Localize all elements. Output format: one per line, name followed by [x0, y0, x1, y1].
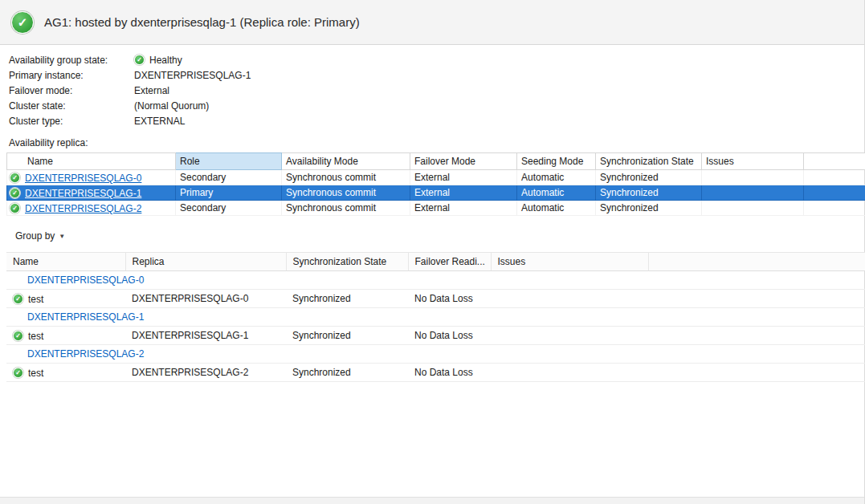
replica-synchronization-state-cell: Synchronized	[596, 201, 702, 216]
replica-role-cell: Secondary	[176, 170, 282, 185]
replica-failover-mode-cell: External	[410, 201, 517, 216]
healthy-check-icon: ✓	[10, 203, 20, 213]
group-by-button[interactable]: Group by ▼	[9, 227, 71, 245]
status-value-text: External	[134, 85, 169, 96]
replica-row-0[interactable]: ✓ DXENTERPRISESQLAG-0 Secondary Synchron…	[7, 170, 865, 185]
column-header-synchronization-state[interactable]: Synchronization State	[286, 253, 408, 271]
healthy-check-icon: ✓	[11, 11, 34, 34]
page-title: AG1: hosted by dxenterprisesqlag-1 (Repl…	[44, 15, 360, 29]
group-header-cell: DXENTERPRISESQLAG-1	[6, 308, 865, 327]
column-header-name[interactable]: Name	[7, 153, 176, 170]
group-name: DXENTERPRISESQLAG-2	[27, 348, 144, 360]
availability-replica-label: Availability replica:	[9, 137, 864, 148]
replica-name-cell: ✓ DXENTERPRISESQLAG-1	[7, 185, 176, 201]
replica-availability-mode-cell: Synchronous commit	[282, 185, 410, 201]
replica-availability-mode-cell: Synchronous commit	[282, 170, 410, 185]
healthy-check-icon: ✓	[10, 188, 20, 198]
healthy-check-icon: ✓	[13, 294, 23, 304]
column-header-replica[interactable]: Replica	[125, 253, 286, 271]
check-glyph: ✓	[15, 332, 21, 339]
database-replica-cell: DXENTERPRISESQLAG-1	[125, 327, 286, 345]
database-issues-cell	[491, 290, 648, 308]
replica-seeding-mode-cell: Automatic	[517, 170, 596, 185]
status-row-cluster-type: Cluster type: EXTERNAL	[9, 113, 864, 128]
column-header-availability-mode[interactable]: Availability Mode	[282, 153, 410, 170]
replica-row-1-selected[interactable]: ✓ DXENTERPRISESQLAG-1 Primary Synchronou…	[7, 185, 865, 201]
database-synchronization-state-cell: Synchronized	[286, 290, 408, 308]
database-name: test	[28, 294, 43, 305]
status-value-text: Healthy	[149, 55, 182, 66]
replica-synchronization-state-cell: Synchronized	[596, 185, 702, 201]
replica-synchronization-state-cell: Synchronized	[596, 170, 702, 185]
replica-issues-cell	[702, 185, 804, 201]
availability-replica-table: Name Role Availability Mode Failover Mod…	[6, 152, 865, 216]
database-row[interactable]: ✓ test DXENTERPRISESQLAG-2 Synchronized …	[6, 364, 865, 382]
check-glyph: ✓	[12, 205, 18, 212]
database-filler-cell	[648, 290, 865, 308]
database-synchronization-state-cell: Synchronized	[286, 364, 408, 382]
replica-issues-cell	[702, 170, 804, 185]
replica-role-cell: Secondary	[176, 201, 282, 216]
database-failover-readiness-cell: No Data Loss	[408, 290, 491, 308]
horizontal-scrollbar[interactable]	[0, 497, 864, 504]
database-failover-readiness-cell: No Data Loss	[408, 364, 491, 382]
healthy-check-icon: ✓	[10, 173, 20, 183]
database-name-cell: ✓ test	[6, 364, 125, 382]
column-header-issues[interactable]: Issues	[491, 253, 648, 271]
replica-filler-cell	[804, 201, 865, 216]
replica-failover-mode-cell: External	[410, 170, 517, 185]
check-glyph: ✓	[12, 174, 18, 181]
replica-role-cell: Primary	[176, 185, 282, 201]
check-glyph: ✓	[12, 189, 18, 197]
group-header-cell: DXENTERPRISESQLAG-0	[6, 271, 865, 290]
group-by-label: Group by	[15, 230, 55, 242]
replica-table-header-row: Name Role Availability Mode Failover Mod…	[7, 153, 865, 170]
databases-table: Name Replica Synchronization State Failo…	[6, 252, 865, 382]
group-name: DXENTERPRISESQLAG-0	[27, 274, 144, 286]
column-header-seeding-mode[interactable]: Seeding Mode	[517, 153, 596, 170]
databases-table-header-row: Name Replica Synchronization State Failo…	[6, 253, 865, 271]
database-name: test	[28, 368, 43, 379]
database-name-cell: ✓ test	[6, 327, 125, 345]
status-row-failover-mode: Failover mode: External	[9, 83, 864, 98]
column-header-name[interactable]: Name	[6, 253, 125, 271]
healthy-check-icon: ✓	[13, 368, 23, 378]
group-header-row-2[interactable]: DXENTERPRISESQLAG-2	[6, 345, 865, 364]
database-row[interactable]: ✓ test DXENTERPRISESQLAG-0 Synchronized …	[6, 290, 865, 308]
replica-seeding-mode-cell: Automatic	[517, 201, 596, 216]
column-header-synchronization-state[interactable]: Synchronization State	[596, 153, 702, 170]
column-header-failover-mode[interactable]: Failover Mode	[410, 153, 517, 170]
column-header-role[interactable]: Role	[176, 153, 282, 170]
replica-link[interactable]: DXENTERPRISESQLAG-2	[25, 203, 141, 214]
replica-link[interactable]: DXENTERPRISESQLAG-1	[25, 188, 141, 199]
check-glyph: ✓	[18, 15, 28, 30]
column-header-filler	[804, 153, 865, 170]
replica-name-cell: ✓ DXENTERPRISESQLAG-0	[7, 170, 176, 185]
replica-name-cell: ✓ DXENTERPRISESQLAG-2	[7, 201, 176, 216]
replica-link[interactable]: DXENTERPRISESQLAG-0	[25, 173, 141, 184]
status-label: Cluster state:	[9, 100, 134, 112]
status-label: Availability group state:	[9, 55, 134, 66]
database-failover-readiness-cell: No Data Loss	[408, 327, 491, 345]
status-label: Failover mode:	[9, 85, 134, 96]
replica-row-2[interactable]: ✓ DXENTERPRISESQLAG-2 Secondary Synchron…	[7, 201, 865, 216]
replica-filler-cell	[804, 170, 865, 185]
database-row[interactable]: ✓ test DXENTERPRISESQLAG-1 Synchronized …	[6, 327, 865, 345]
status-row-cluster-state: Cluster state: (Normal Quorum)	[9, 98, 864, 113]
database-replica-cell: DXENTERPRISESQLAG-0	[125, 290, 286, 308]
replica-seeding-mode-cell: Automatic	[517, 185, 596, 201]
database-name-cell: ✓ test	[6, 290, 125, 308]
status-section: Availability group state: ✓ Healthy Prim…	[0, 45, 864, 128]
status-value: ✓ Healthy	[134, 55, 182, 66]
check-glyph: ✓	[15, 369, 21, 376]
status-row-primary-instance: Primary instance: DXENTERPRISESQLAG-1	[9, 67, 864, 83]
group-header-row-1[interactable]: DXENTERPRISESQLAG-1	[6, 308, 865, 327]
column-header-issues[interactable]: Issues	[702, 153, 804, 170]
check-glyph: ✓	[15, 295, 21, 303]
group-header-cell: DXENTERPRISESQLAG-2	[6, 345, 865, 364]
group-header-row-0[interactable]: DXENTERPRISESQLAG-0	[6, 271, 865, 290]
column-header-failover-readiness[interactable]: Failover Readi...	[408, 253, 491, 271]
database-replica-cell: DXENTERPRISESQLAG-2	[125, 364, 286, 382]
status-value-text: (Normal Quorum)	[134, 100, 209, 112]
status-row-group-state: Availability group state: ✓ Healthy	[9, 52, 864, 67]
